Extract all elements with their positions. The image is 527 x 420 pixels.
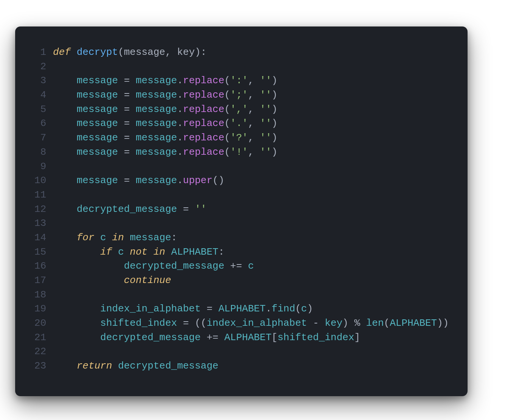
code-token bbox=[53, 118, 76, 129]
line-number: 1 bbox=[27, 45, 46, 60]
code-line[interactable]: 5 message = message.replace(',', '') bbox=[27, 103, 449, 117]
code-line[interactable]: 9 bbox=[27, 160, 449, 174]
code-token: += bbox=[201, 332, 224, 343]
code-line[interactable]: 10 message = message.upper() bbox=[27, 174, 449, 188]
code-token: ) bbox=[271, 146, 278, 158]
line-content[interactable]: message = message.replace('!', '') bbox=[53, 145, 449, 160]
code-token: decrypted_message bbox=[118, 360, 218, 372]
code-token: , bbox=[248, 132, 260, 143]
code-token: message bbox=[136, 118, 177, 129]
code-line[interactable]: 11 bbox=[27, 188, 449, 202]
line-content[interactable]: continue bbox=[53, 274, 449, 288]
code-token: message bbox=[136, 104, 177, 115]
code-line[interactable]: 3 message = message.replace(':', '') bbox=[27, 74, 449, 88]
code-line[interactable]: 12 decrypted_message = '' bbox=[27, 202, 449, 217]
code-token bbox=[53, 360, 76, 372]
code-token: '.' bbox=[230, 118, 248, 129]
line-content[interactable]: message = message.replace(':', '') bbox=[53, 74, 449, 88]
code-line[interactable]: 7 message = message.replace('?', '') bbox=[27, 131, 449, 145]
line-content[interactable]: message = message.replace('?', '') bbox=[53, 131, 449, 145]
line-content[interactable]: if c not in ALPHABET: bbox=[53, 245, 449, 260]
code-line[interactable]: 4 message = message.replace(';', '') bbox=[27, 88, 449, 103]
line-number: 7 bbox=[27, 131, 46, 145]
code-token: find bbox=[271, 303, 295, 314]
code-token: shifted_index bbox=[100, 317, 177, 329]
line-content[interactable]: index_in_alphabet = ALPHABET.find(c) bbox=[53, 302, 449, 316]
code-token: key bbox=[325, 317, 343, 329]
code-token: replace bbox=[183, 146, 224, 158]
code-token: . bbox=[266, 303, 272, 314]
code-token: , bbox=[248, 118, 260, 129]
code-line[interactable]: 14 for c in message: bbox=[27, 231, 449, 245]
code-token: = bbox=[118, 104, 136, 115]
line-number: 9 bbox=[27, 160, 46, 174]
code-line[interactable]: 20 shifted_index = ((index_in_alphabet -… bbox=[27, 316, 449, 331]
line-number: 6 bbox=[27, 117, 46, 131]
code-line[interactable]: 1def decrypt(message, key): bbox=[27, 45, 449, 60]
code-token: ) bbox=[271, 89, 278, 101]
line-content[interactable]: decrypted_message += ALPHABET[shifted_in… bbox=[53, 331, 449, 345]
code-token: not in bbox=[124, 246, 171, 258]
code-token: ): bbox=[195, 47, 207, 58]
code-token bbox=[53, 89, 76, 101]
code-token: = (( bbox=[177, 317, 207, 329]
code-token bbox=[53, 332, 100, 343]
code-line[interactable]: 22 bbox=[27, 345, 449, 359]
code-token: len bbox=[366, 317, 384, 329]
code-token: return bbox=[76, 360, 118, 372]
line-content[interactable]: shifted_index = ((index_in_alphabet - ke… bbox=[53, 316, 449, 331]
code-token: message bbox=[76, 118, 118, 129]
code-token: ( bbox=[225, 118, 231, 129]
code-token: . bbox=[177, 89, 183, 101]
code-token: '!' bbox=[230, 146, 248, 158]
line-content[interactable]: for c in message: bbox=[53, 231, 449, 245]
code-token: message bbox=[136, 132, 177, 143]
code-token bbox=[53, 204, 76, 215]
code-line[interactable]: 17 continue bbox=[27, 274, 449, 288]
line-number: 8 bbox=[27, 145, 46, 160]
code-token: replace bbox=[183, 118, 224, 129]
code-token: ( bbox=[225, 75, 231, 86]
code-line[interactable]: 19 index_in_alphabet = ALPHABET.find(c) bbox=[27, 302, 449, 316]
line-content[interactable]: decrypted_message += c bbox=[53, 259, 449, 274]
line-content[interactable]: message = message.replace(';', '') bbox=[53, 88, 449, 103]
code-token: ( bbox=[225, 89, 231, 101]
code-token: ( bbox=[384, 317, 390, 329]
code-line[interactable]: 6 message = message.replace('.', '') bbox=[27, 117, 449, 131]
code-line[interactable]: 15 if c not in ALPHABET: bbox=[27, 245, 449, 260]
line-content[interactable]: message = message.replace(',', '') bbox=[53, 103, 449, 117]
code-token: index_in_alphabet bbox=[207, 317, 307, 329]
code-line[interactable]: 21 decrypted_message += ALPHABET[shifted… bbox=[27, 331, 449, 345]
code-line[interactable]: 18 bbox=[27, 288, 449, 302]
code-line[interactable]: 23 return decrypted_message bbox=[27, 359, 449, 373]
code-line[interactable]: 13 bbox=[27, 216, 449, 231]
line-number: 15 bbox=[27, 245, 46, 260]
code-container[interactable]: 1def decrypt(message, key):23 message = … bbox=[27, 45, 449, 373]
code-line[interactable]: 8 message = message.replace('!', '') bbox=[27, 145, 449, 160]
code-token: message bbox=[76, 146, 118, 158]
line-content[interactable]: message = message.replace('.', '') bbox=[53, 117, 449, 131]
line-number: 16 bbox=[27, 259, 46, 274]
code-token: = bbox=[118, 175, 136, 186]
line-number: 14 bbox=[27, 231, 46, 245]
code-token: += bbox=[224, 260, 248, 272]
code-token: , bbox=[248, 104, 260, 115]
code-token: . bbox=[177, 132, 183, 143]
code-line[interactable]: 16 decrypted_message += c bbox=[27, 259, 449, 274]
code-token: ':' bbox=[230, 75, 248, 86]
code-token: ( bbox=[295, 303, 301, 314]
code-token: ',' bbox=[230, 104, 248, 115]
code-token: continue bbox=[124, 275, 171, 286]
code-line[interactable]: 2 bbox=[27, 60, 449, 74]
line-content[interactable]: return decrypted_message bbox=[53, 359, 449, 373]
line-content[interactable]: decrypted_message = '' bbox=[53, 202, 449, 217]
code-token: if bbox=[100, 246, 118, 258]
line-content[interactable]: message = message.upper() bbox=[53, 174, 449, 188]
code-token bbox=[53, 246, 100, 258]
code-token: [ bbox=[271, 332, 278, 343]
code-token bbox=[53, 317, 100, 329]
code-token: upper bbox=[183, 175, 212, 186]
line-content[interactable]: def decrypt(message, key): bbox=[53, 45, 449, 60]
line-number: 2 bbox=[27, 60, 46, 74]
code-token: : bbox=[171, 232, 177, 243]
